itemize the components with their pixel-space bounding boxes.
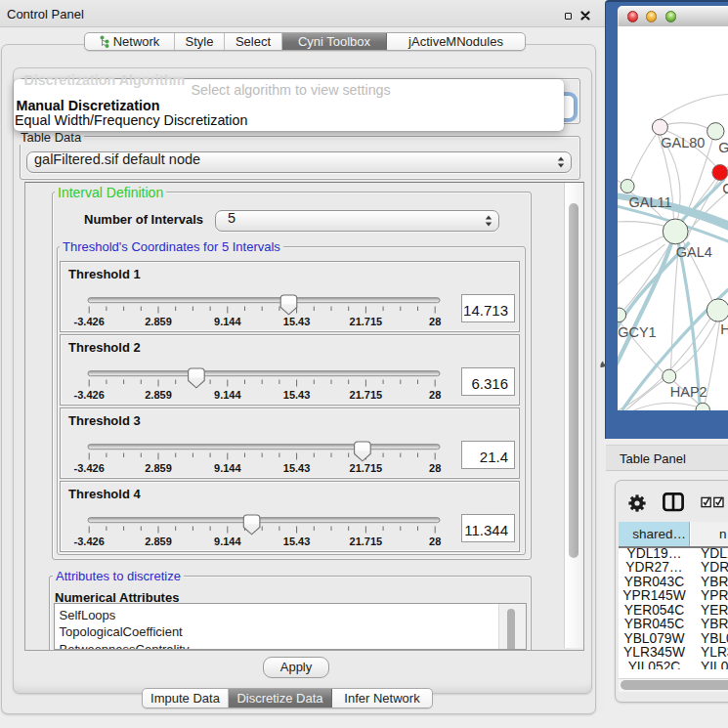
svg-text:21.715: 21.715	[350, 535, 383, 547]
svg-text:2.859: 2.859	[145, 316, 172, 327]
svg-text:21.715: 21.715	[350, 316, 383, 327]
svg-text:GAL80: GAL80	[661, 135, 705, 150]
svg-text:GAL11: GAL11	[628, 194, 671, 210]
svg-text:9.144: 9.144	[214, 389, 241, 401]
svg-text:21.715: 21.715	[350, 462, 383, 474]
svg-text:2.859: 2.859	[145, 389, 172, 401]
svg-text:15.43: 15.43	[283, 535, 311, 547]
svg-text:28: 28	[429, 462, 441, 474]
svg-text:GAL4: GAL4	[675, 244, 711, 260]
svg-text:HIS4: HIS4	[720, 321, 728, 337]
svg-text:9.144: 9.144	[214, 462, 241, 474]
svg-text:-3.426: -3.426	[74, 462, 105, 474]
svg-text:15.43: 15.43	[283, 389, 311, 401]
svg-text:28: 28	[429, 316, 441, 327]
svg-text:28: 28	[429, 389, 441, 401]
svg-text:GCY1: GCY1	[618, 324, 657, 340]
svg-text:GAL3: GAL3	[718, 140, 728, 155]
svg-text:-3.426: -3.426	[74, 535, 105, 547]
svg-text:HAP2: HAP2	[669, 384, 707, 400]
svg-text:9.144: 9.144	[214, 316, 241, 327]
svg-text:-3.426: -3.426	[74, 316, 105, 327]
svg-text:15.43: 15.43	[283, 316, 311, 327]
svg-text:21.715: 21.715	[350, 389, 383, 401]
svg-text:2.859: 2.859	[145, 535, 172, 547]
svg-text:9.144: 9.144	[214, 535, 241, 547]
svg-text:2.859: 2.859	[145, 462, 172, 474]
svg-text:28: 28	[429, 535, 441, 547]
svg-text:15.43: 15.43	[283, 462, 311, 474]
svg-text:-3.426: -3.426	[74, 389, 105, 401]
svg-text:CRP1: CRP1	[722, 181, 728, 196]
